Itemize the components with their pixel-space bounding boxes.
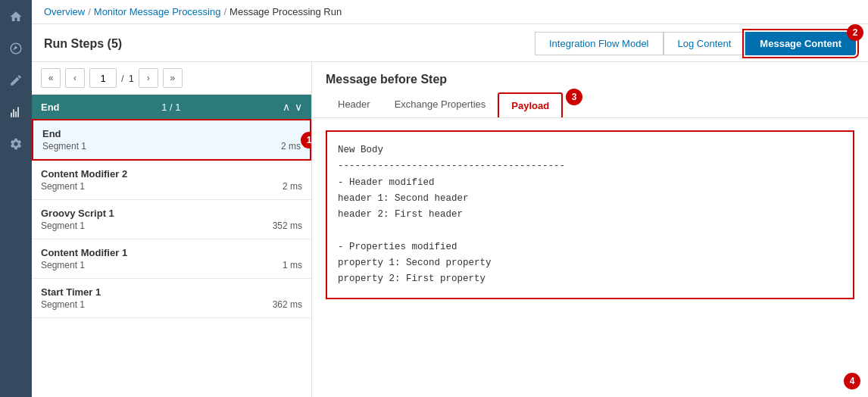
step-group-header: End 1 / 1 ∧ ∨ <box>32 95 311 119</box>
home-icon[interactable] <box>7 8 25 26</box>
table-row[interactable]: Content Modifier 1 Segment 1 1 ms <box>32 239 311 279</box>
header-row: Run Steps (5) 2 Integration Flow Model L… <box>32 24 868 62</box>
table-row[interactable]: Content Modifier 2 Segment 1 2 ms <box>32 161 311 200</box>
chart-icon[interactable] <box>7 103 25 121</box>
payload-content: New Body -------------------------------… <box>326 130 854 299</box>
step-group-controls: ∧ ∨ <box>283 101 302 113</box>
steps-panel: « ‹ / 1 › » End 1 / 1 ∧ ∨ <box>32 62 312 397</box>
sidebar <box>0 0 32 397</box>
first-page-btn[interactable]: « <box>41 68 61 88</box>
step-collapse-down[interactable]: ∨ <box>295 101 302 113</box>
breadcrumb-current: Message Processing Run <box>229 6 342 17</box>
step-time: 2 ms <box>281 141 301 152</box>
page-separator: / <box>121 73 124 84</box>
body-area: « ‹ / 1 › » End 1 / 1 ∧ ∨ <box>32 62 868 397</box>
gear-icon[interactable] <box>7 135 25 153</box>
main-content: Overview / Monitor Message Processing / … <box>32 0 868 397</box>
step-segment: Segment 1 <box>41 181 85 192</box>
breadcrumb-overview[interactable]: Overview <box>44 6 85 17</box>
header-tab[interactable]: Header <box>326 92 382 117</box>
step-segment: Segment 1 <box>41 260 85 270</box>
step-time: 2 ms <box>283 181 302 192</box>
step-time: 352 ms <box>273 220 302 231</box>
log-content-tab[interactable]: Log Content <box>663 32 746 55</box>
breadcrumb: Overview / Monitor Message Processing / … <box>32 0 868 24</box>
step-group-count: 1 / 1 <box>161 102 180 113</box>
annotation-badge-2: 2 <box>847 24 863 41</box>
message-content-tab[interactable]: Message Content <box>745 32 856 55</box>
pencil-icon[interactable] <box>7 71 25 89</box>
step-name: Start Timer 1 <box>41 286 302 298</box>
step-segment: Segment 1 <box>41 220 85 231</box>
step-time: 362 ms <box>273 299 302 310</box>
page-total: 1 <box>129 73 134 84</box>
right-panel: Message before Step Header Exchange Prop… <box>312 62 868 397</box>
payload-area: New Body -------------------------------… <box>312 118 868 397</box>
compass-icon[interactable] <box>7 39 25 58</box>
integration-flow-model-tab[interactable]: Integration Flow Model <box>535 32 663 55</box>
step-detail-row: Segment 1 362 ms <box>41 299 302 310</box>
step-group-name: End <box>41 102 60 113</box>
step-detail-row: Segment 1 2 ms <box>41 181 302 192</box>
step-detail-row: Segment 1 1 ms <box>41 260 302 270</box>
prev-page-btn[interactable]: ‹ <box>65 68 85 88</box>
last-page-btn[interactable]: » <box>163 68 183 88</box>
steps-list: 1 End Segment 1 2 ms Content Modifier 2 … <box>32 119 311 397</box>
step-detail-row: Segment 1 2 ms <box>42 141 301 152</box>
table-row[interactable]: Start Timer 1 Segment 1 362 ms <box>32 279 311 318</box>
annotation-badge-1: 1 <box>301 132 311 148</box>
step-segment: Segment 1 <box>42 141 86 152</box>
next-page-btn[interactable]: › <box>139 68 158 88</box>
step-name: Groovy Script 1 <box>41 208 302 219</box>
annotation-badge-3: 3 <box>566 89 582 105</box>
exchange-properties-tab[interactable]: Exchange Properties <box>382 92 498 117</box>
step-detail-row: Segment 1 352 ms <box>41 220 302 231</box>
step-name: Content Modifier 1 <box>41 247 302 258</box>
sub-tabs: Header Exchange Properties Payload 3 <box>312 92 868 118</box>
page-input[interactable] <box>89 68 117 88</box>
breadcrumb-monitor[interactable]: Monitor Message Processing <box>94 6 221 17</box>
step-name: Content Modifier 2 <box>41 168 302 180</box>
payload-tab[interactable]: Payload <box>498 92 563 117</box>
step-segment: Segment 1 <box>41 299 85 310</box>
step-collapse-up[interactable]: ∧ <box>283 101 290 113</box>
step-name: End <box>42 128 301 139</box>
table-row[interactable]: Groovy Script 1 Segment 1 352 ms <box>32 200 311 239</box>
pagination-bar: « ‹ / 1 › » <box>32 62 311 95</box>
table-row[interactable]: 1 End Segment 1 2 ms <box>32 119 311 161</box>
tab-buttons-group: 2 Integration Flow Model Log Content Mes… <box>535 32 856 55</box>
breadcrumb-sep2: / <box>223 6 226 17</box>
breadcrumb-sep1: / <box>88 6 91 17</box>
annotation-badge-4: 4 <box>844 373 860 389</box>
run-steps-title: Run Steps (5) <box>44 37 122 51</box>
message-before-step-title: Message before Step <box>312 62 868 92</box>
step-time: 1 ms <box>283 260 302 270</box>
